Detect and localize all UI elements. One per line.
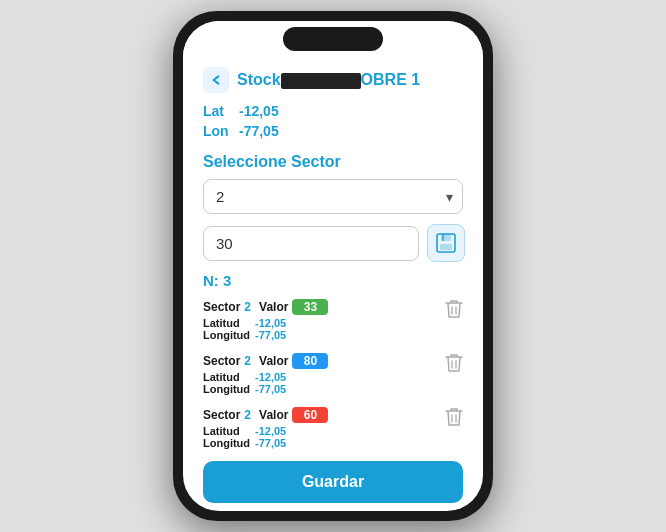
page-title: StockOBRE 1 — [237, 71, 420, 89]
sector-section-title: Seleccione Sector — [203, 153, 463, 171]
record-lat-val-2: -12,05 — [255, 425, 286, 437]
record-lon-label-0: Longitud — [203, 329, 255, 341]
floppy-disk-icon — [435, 232, 457, 254]
redacted-title — [281, 73, 361, 89]
lat-value: -12,05 — [239, 103, 279, 119]
trash-icon-1 — [445, 353, 463, 373]
record-lon-row-0: Longitud -77,05 — [203, 329, 445, 341]
record-lat-row-0: Latitud -12,05 — [203, 317, 445, 329]
record-lat-val-0: -12,05 — [255, 317, 286, 329]
back-icon — [210, 74, 222, 86]
record-delete-button-0[interactable] — [445, 299, 463, 319]
lon-row: Lon -77,05 — [203, 123, 463, 139]
record-lon-label-2: Longitud — [203, 437, 255, 449]
record-lat-label-2: Latitud — [203, 425, 255, 437]
record-valor-label-2: Valor — [259, 408, 288, 422]
sector-dropdown-wrapper: 1 2 3 4 ▾ — [203, 179, 463, 214]
sector-select[interactable]: 1 2 3 4 — [203, 179, 463, 214]
guardar-button[interactable]: Guardar — [203, 461, 463, 503]
record-left-2: Sector 2 Valor 60 Latitud -12,05 Longitu… — [203, 407, 445, 449]
record-sector-label-2: Sector — [203, 408, 240, 422]
phone-screen: StockOBRE 1 Lat -12,05 Lon -77,05 Selecc… — [183, 21, 483, 511]
record-sector-label-0: Sector — [203, 300, 240, 314]
record-sector-label-1: Sector — [203, 354, 240, 368]
status-bar — [183, 21, 483, 57]
record-top-0: Sector 2 Valor 33 — [203, 299, 445, 315]
app-content: StockOBRE 1 Lat -12,05 Lon -77,05 Selecc… — [183, 57, 483, 511]
record-lon-label-1: Longitud — [203, 383, 255, 395]
record-value-badge-0: 33 — [292, 299, 328, 315]
n-value-text: 3 — [223, 272, 231, 289]
value-input-row — [203, 224, 463, 262]
header-row: StockOBRE 1 — [203, 67, 463, 93]
lat-row: Lat -12,05 — [203, 103, 463, 119]
record-lat-val-1: -12,05 — [255, 371, 286, 383]
record-card-0: Sector 2 Valor 33 Latitud -12,05 Longitu… — [203, 299, 463, 341]
record-lon-val-0: -77,05 — [255, 329, 286, 341]
record-sector-val-2: 2 — [244, 408, 251, 422]
record-card-1: Sector 2 Valor 80 Latitud -12,05 Longitu… — [203, 353, 463, 395]
records-list: Sector 2 Valor 33 Latitud -12,05 Longitu… — [203, 299, 463, 461]
n-count-label: N: 3 — [203, 272, 463, 289]
record-delete-button-1[interactable] — [445, 353, 463, 373]
title-prefix: Stock — [237, 71, 281, 88]
record-lat-row-2: Latitud -12,05 — [203, 425, 445, 437]
lon-label: Lon — [203, 123, 239, 139]
record-left-1: Sector 2 Valor 80 Latitud -12,05 Longitu… — [203, 353, 445, 395]
record-value-badge-1: 80 — [292, 353, 328, 369]
save-icon-button[interactable] — [427, 224, 465, 262]
dynamic-island — [283, 27, 383, 51]
title-suffix: OBRE 1 — [361, 71, 421, 88]
record-value-badge-2: 60 — [292, 407, 328, 423]
record-lat-label-1: Latitud — [203, 371, 255, 383]
record-lon-val-1: -77,05 — [255, 383, 286, 395]
n-label-text: N: — [203, 272, 219, 289]
record-valor-label-1: Valor — [259, 354, 288, 368]
phone-frame: StockOBRE 1 Lat -12,05 Lon -77,05 Selecc… — [173, 11, 493, 521]
lat-label: Lat — [203, 103, 239, 119]
record-lon-row-1: Longitud -77,05 — [203, 383, 445, 395]
record-lat-label-0: Latitud — [203, 317, 255, 329]
value-input[interactable] — [203, 226, 419, 261]
record-sector-val-0: 2 — [244, 300, 251, 314]
record-sector-val-1: 2 — [244, 354, 251, 368]
record-valor-label-0: Valor — [259, 300, 288, 314]
record-lon-row-2: Longitud -77,05 — [203, 437, 445, 449]
record-top-2: Sector 2 Valor 60 — [203, 407, 445, 423]
record-left-0: Sector 2 Valor 33 Latitud -12,05 Longitu… — [203, 299, 445, 341]
record-lon-val-2: -77,05 — [255, 437, 286, 449]
trash-icon-2 — [445, 407, 463, 427]
record-delete-button-2[interactable] — [445, 407, 463, 427]
record-top-1: Sector 2 Valor 80 — [203, 353, 445, 369]
svg-rect-2 — [440, 244, 452, 250]
lon-value: -77,05 — [239, 123, 279, 139]
record-lat-row-1: Latitud -12,05 — [203, 371, 445, 383]
back-button[interactable] — [203, 67, 229, 93]
trash-icon-0 — [445, 299, 463, 319]
record-card-2: Sector 2 Valor 60 Latitud -12,05 Longitu… — [203, 407, 463, 449]
